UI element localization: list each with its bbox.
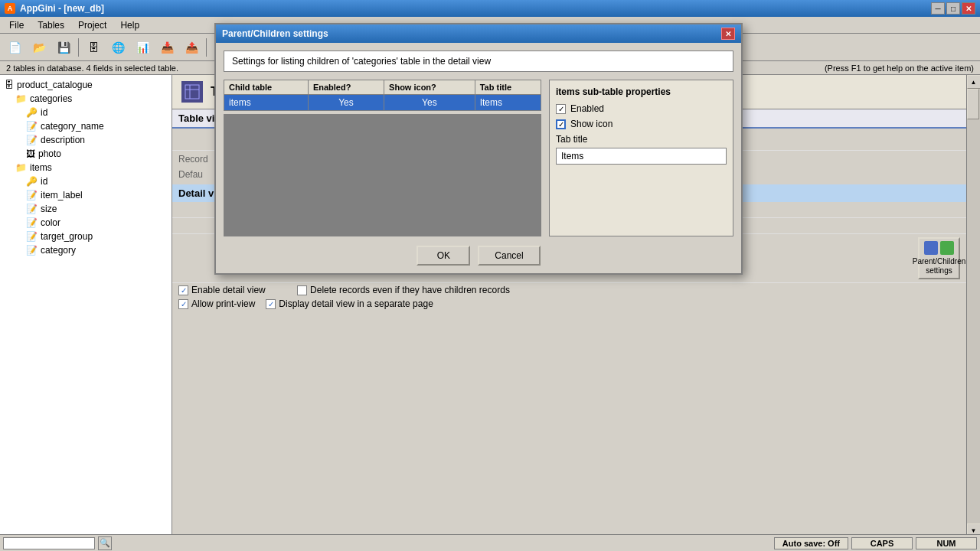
properties-title: items sub-table properties (556, 86, 727, 97)
enabled-checkbox[interactable]: ✓ (556, 104, 566, 114)
svg-rect-0 (185, 85, 199, 99)
cancel-button[interactable]: Cancel (478, 246, 540, 266)
sidebar-item-product-catalogue[interactable]: 🗄 product_catalogue (3, 78, 168, 92)
scroll-thumb[interactable] (967, 89, 979, 119)
allow-print-checkbox[interactable]: ✓ (178, 299, 188, 309)
sidebar-label-color: color (41, 217, 60, 228)
modal-body: Settings for listing children of 'catego… (216, 43, 741, 273)
sidebar-item-items[interactable]: 📁 items (3, 161, 168, 174)
save-button[interactable]: 💾 (52, 37, 75, 58)
detail-section-title: Detail v (178, 187, 214, 199)
search-button[interactable]: 🔍 (98, 536, 112, 550)
scroll-track[interactable] (967, 89, 980, 523)
modal-desc-text: Settings for listing children of 'catego… (232, 56, 491, 67)
sidebar-item-color[interactable]: 📝 color (3, 216, 168, 230)
sidebar-label-target-group: target_group (41, 231, 93, 242)
sidebar-item-category-name[interactable]: 📝 category_name (3, 119, 168, 133)
enable-detail-view-label: Enable detail view (191, 285, 266, 295)
search-input[interactable] (3, 537, 95, 549)
modal-content: Child table Enabled? Show icon? Tab titl… (224, 80, 733, 236)
col-child-table: Child table (224, 80, 309, 95)
tab-title-section: Tab title (556, 134, 727, 165)
child-table: Child table Enabled? Show icon? Tab titl… (224, 80, 541, 111)
key-icon-2: 🔑 (26, 176, 38, 187)
record-label: Record (178, 154, 208, 165)
folder-icon-2: 📁 (15, 162, 27, 173)
text-icon-2: 📝 (26, 135, 38, 145)
sidebar-item-id-1[interactable]: 🔑 id (3, 106, 168, 119)
maximize-button[interactable]: □ (946, 2, 960, 15)
table-row[interactable]: items Yes Yes Items (224, 95, 541, 111)
tab-title-label: Tab title (556, 134, 727, 145)
col-enabled: Enabled? (308, 80, 384, 95)
sidebar-item-description[interactable]: 📝 description (3, 133, 168, 147)
tab-title-input[interactable] (556, 148, 727, 165)
display-detail-separate-label: Display detail view in a separate page (279, 298, 433, 309)
allow-print-label: Allow print-view (191, 298, 255, 309)
text-icon-6: 📝 (26, 231, 38, 242)
show-icon-checkbox[interactable]: ✓ (556, 119, 566, 129)
menu-help[interactable]: Help (114, 18, 145, 32)
sidebar-label-description: description (41, 135, 85, 145)
export-button[interactable]: 📤 (180, 37, 203, 58)
text-icon-4: 📝 (26, 204, 38, 214)
ok-button[interactable]: OK (416, 246, 470, 266)
sidebar-item-category[interactable]: 📝 category (3, 243, 168, 257)
vertical-scrollbar[interactable]: ▲ ▼ (966, 75, 980, 537)
sidebar-item-categories[interactable]: 📁 categories (3, 92, 168, 106)
database-icon: 🗄 (5, 80, 14, 90)
photo-icon: 🖼 (26, 148, 35, 159)
sidebar-label-categories: categories (30, 93, 72, 104)
show-icon-row: ✓ Show icon (556, 119, 727, 129)
show-icon-label: Show icon (570, 119, 612, 129)
folder-icon: 📁 (15, 93, 27, 104)
cell-child-table: items (224, 95, 309, 111)
sidebar-item-item-label[interactable]: 📝 item_label (3, 188, 168, 202)
cell-tab-title: Items (475, 95, 541, 111)
sidebar-label-product-catalogue: product_catalogue (17, 80, 93, 90)
modal-title-bar: Parent/Children settings ✕ (216, 24, 741, 43)
web-button[interactable]: 🌐 (106, 37, 129, 58)
minimize-button[interactable]: ─ (931, 2, 945, 15)
sidebar-label-category-name: category_name (41, 121, 104, 132)
enabled-row: ✓ Enabled (556, 103, 727, 114)
close-button[interactable]: ✕ (962, 2, 975, 15)
open-button[interactable]: 📂 (28, 37, 51, 58)
menu-tables[interactable]: Tables (31, 18, 70, 32)
sidebar-item-size[interactable]: 📝 size (3, 202, 168, 216)
sidebar-item-target-group[interactable]: 📝 target_group (3, 230, 168, 243)
modal-left: Child table Enabled? Show icon? Tab titl… (224, 80, 541, 236)
text-icon-3: 📝 (26, 190, 38, 201)
table-icon (181, 81, 203, 103)
sidebar-label-category: category (41, 245, 76, 256)
enabled-label: Enabled (570, 103, 604, 114)
menu-file[interactable]: File (3, 18, 30, 32)
display-detail-separate-checkbox[interactable]: ✓ (266, 299, 276, 309)
delete-records-checkbox[interactable] (297, 285, 307, 295)
scroll-up[interactable]: ▲ (967, 75, 981, 89)
database-button[interactable]: 🗄 (82, 37, 105, 58)
text-icon-7: 📝 (26, 245, 38, 256)
sidebar-item-photo[interactable]: 🖼 photo (3, 147, 168, 161)
modal-close-button[interactable]: ✕ (721, 28, 735, 40)
modal-dialog: Parent/Children settings ✕ Settings for … (214, 23, 743, 275)
delete-records-label: Delete records even if they have childre… (310, 285, 510, 295)
import-button[interactable]: 📥 (155, 37, 178, 58)
enable-detail-view-row: ✓ Enable detail view Delete records even… (172, 283, 966, 297)
sidebar-label-items: items (30, 162, 52, 173)
num-indicator: NUM (916, 537, 977, 549)
table-button[interactable]: 📊 (131, 37, 154, 58)
parent-children-settings-button[interactable]: Parent/Childrensettings (918, 237, 960, 279)
sidebar-item-id-2[interactable]: 🔑 id (3, 174, 168, 188)
sidebar-label-size: size (41, 204, 57, 214)
enable-detail-view-checkbox[interactable]: ✓ (178, 285, 188, 295)
caps-indicator: CAPS (851, 537, 913, 549)
title-bar: A AppGini - [new_db] ─ □ ✕ (0, 0, 980, 17)
menu-project[interactable]: Project (72, 18, 113, 32)
col-tab-title: Tab title (475, 80, 541, 95)
pc-icon-green (940, 241, 954, 255)
app-title: AppGini - [new_db] (20, 3, 926, 14)
modal-title: Parent/Children settings (222, 28, 328, 39)
new-button[interactable]: 📄 (3, 37, 26, 58)
app-icon: A (5, 3, 15, 14)
